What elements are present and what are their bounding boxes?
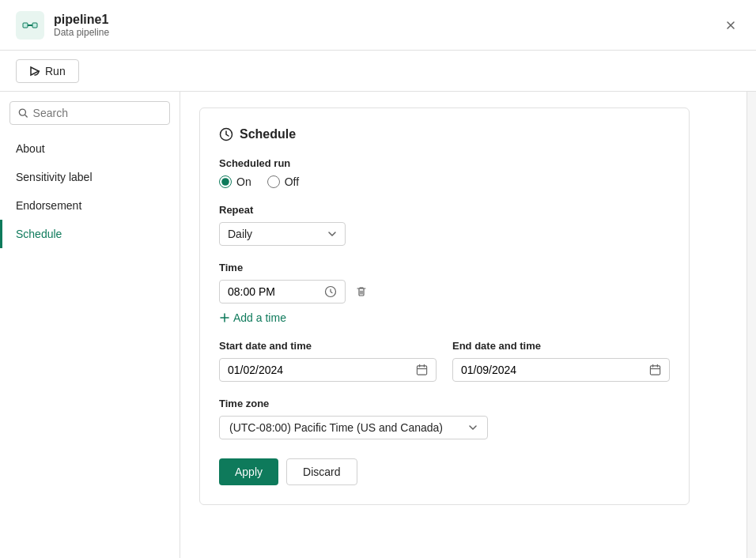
app-header: pipeline1 Data pipeline [0, 0, 756, 51]
radio-on-option[interactable]: On [219, 175, 251, 188]
delete-time-button[interactable] [352, 282, 371, 301]
end-date-input[interactable] [461, 364, 649, 376]
pipeline-app-icon [16, 11, 44, 40]
sidebar-item-schedule[interactable]: Schedule [0, 220, 180, 248]
svg-rect-4 [32, 23, 37, 28]
action-row: Apply Discard [219, 458, 670, 485]
repeat-group: Repeat Daily [219, 204, 670, 246]
time-input[interactable] [228, 285, 307, 298]
end-date-field: End date and time [452, 340, 670, 382]
svg-rect-9 [417, 366, 426, 375]
main-layout: About Sensitivity label Endorsement Sche… [0, 92, 756, 558]
timezone-select[interactable]: (UTC-08:00) Pacific Time (US and Canada) [219, 416, 488, 439]
app-subtitle: Data pipeline [54, 27, 109, 38]
radio-group-scheduled-run: On Off [219, 175, 670, 188]
svg-point-6 [19, 109, 25, 115]
content-area: Schedule Scheduled run On Off [180, 92, 747, 558]
time-input-wrapper [219, 280, 346, 304]
clock-icon [324, 285, 337, 298]
schedule-clock-icon [219, 127, 233, 141]
repeat-label: Repeat [219, 204, 670, 216]
apply-button[interactable]: Apply [219, 458, 278, 485]
time-row [219, 280, 670, 304]
schedule-card-header: Schedule [219, 127, 670, 141]
run-button[interactable]: Run [16, 59, 79, 83]
add-time-link[interactable]: Add a time [219, 311, 286, 324]
sidebar-item-sensitivity-label[interactable]: Sensitivity label [0, 163, 180, 191]
trash-icon [355, 285, 368, 298]
close-button[interactable] [721, 16, 740, 35]
start-date-field: Start date and time [219, 340, 437, 382]
chevron-down-timezone-icon [468, 423, 478, 432]
schedule-card: Schedule Scheduled run On Off [199, 107, 690, 505]
header-left: pipeline1 Data pipeline [16, 11, 109, 40]
date-row: Start date and time End date and time [219, 340, 670, 382]
search-input[interactable] [33, 107, 161, 119]
timezone-group: Time zone (UTC-08:00) Pacific Time (US a… [219, 398, 670, 439]
end-date-input-wrapper [452, 358, 670, 382]
search-box[interactable] [9, 101, 170, 125]
start-date-label: Start date and time [219, 340, 437, 352]
calendar-icon [416, 364, 428, 376]
radio-off-label: Off [285, 175, 299, 188]
calendar-end-icon [649, 364, 661, 376]
search-icon [18, 107, 28, 119]
scheduled-run-label: Scheduled run [219, 157, 670, 169]
radio-off-option[interactable]: Off [267, 175, 299, 188]
time-label: Time [219, 262, 670, 273]
sidebar-item-about[interactable]: About [0, 134, 180, 163]
sidebar-item-endorsement[interactable]: Endorsement [0, 191, 180, 220]
header-title-group: pipeline1 Data pipeline [54, 13, 109, 38]
timezone-label: Time zone [219, 398, 670, 409]
end-date-label: End date and time [452, 340, 670, 352]
date-group: Start date and time End date and time [219, 340, 670, 382]
svg-rect-3 [23, 23, 28, 28]
scrollbar-track[interactable] [747, 92, 756, 558]
sidebar: About Sensitivity label Endorsement Sche… [0, 92, 180, 558]
app-title: pipeline1 [54, 13, 109, 27]
radio-on-label: On [236, 175, 251, 188]
radio-on-input[interactable] [219, 175, 232, 188]
repeat-select[interactable]: Daily [219, 222, 346, 246]
discard-button[interactable]: Discard [286, 458, 357, 485]
chevron-down-icon [327, 229, 337, 239]
svg-rect-10 [650, 366, 660, 375]
start-date-input[interactable] [228, 364, 416, 376]
scheduled-run-group: Scheduled run On Off [219, 157, 670, 188]
plus-icon [219, 312, 230, 323]
toolbar: Run [0, 51, 756, 92]
start-date-input-wrapper [219, 358, 437, 382]
time-group: Time [219, 262, 670, 324]
radio-off-input[interactable] [267, 175, 280, 188]
